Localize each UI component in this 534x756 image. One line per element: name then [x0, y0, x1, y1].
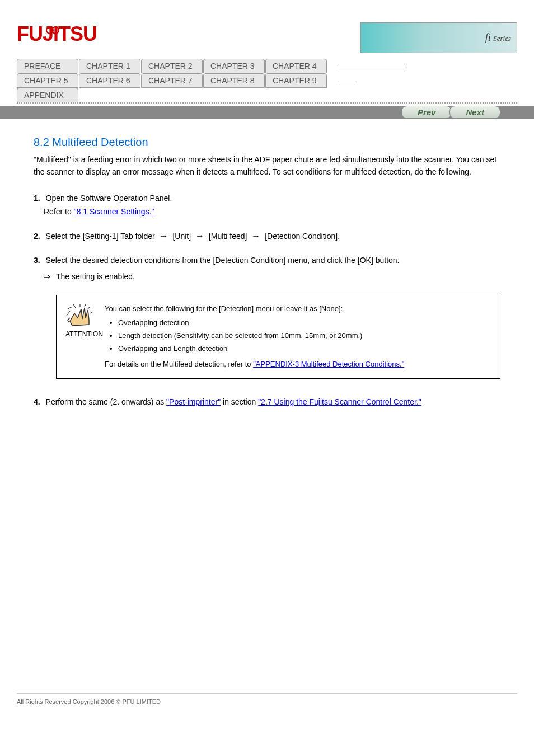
nav-underline [339, 64, 406, 64]
step-text-prefix: Perform the same (2. onwards) as [46, 397, 167, 406]
attention-item: Overlapping and Length detection [118, 343, 489, 355]
attention-intro: You can select the following for the [De… [105, 303, 489, 315]
tab-chapter-3[interactable]: CHAPTER 3 [203, 59, 265, 73]
tab-chapter-7[interactable]: CHAPTER 7 [141, 73, 203, 88]
tab-chapter-5[interactable]: CHAPTER 5 [17, 73, 78, 88]
banner-image: fi Series [360, 22, 517, 53]
tab-appendix[interactable]: APPENDIX [17, 88, 78, 102]
step-number: 1. [34, 194, 40, 203]
section-heading: 8.2 Multifeed Detection [34, 136, 500, 149]
prev-button[interactable]: Prev [401, 106, 452, 119]
banner-series: Series [493, 34, 511, 43]
tab-chapter-9[interactable]: CHAPTER 9 [265, 73, 327, 88]
step-number: 3. [34, 256, 40, 265]
toolbar: Prev Next [0, 106, 534, 119]
tab-chapter-8[interactable]: CHAPTER 8 [203, 73, 265, 88]
step-number: 2. [34, 232, 40, 241]
footer-copyright: All Rights Reserved Copyright 2006 © PFU… [0, 694, 534, 727]
step-text: Select the desired detection conditions … [46, 256, 400, 265]
result-text: The setting is enabled. [56, 270, 135, 284]
attention-box: ATTENTION You can select the following f… [56, 295, 500, 379]
tab-chapter-1[interactable]: CHAPTER 1 [79, 59, 140, 73]
arrow-icon: → [251, 231, 260, 241]
tab-preface[interactable]: PREFACE [17, 59, 78, 73]
step-text-part: Select the [Setting-1] Tab folder [46, 232, 157, 241]
attention-item: Length detection (Sensitivity can be sel… [118, 330, 489, 342]
tab-chapter-6[interactable]: CHAPTER 6 [79, 73, 140, 88]
chapter-nav: PREFACE CHAPTER 1 CHAPTER 2 CHAPTER 3 CH… [0, 59, 534, 102]
section-intro: "Multifeed" is a feeding error in which … [34, 153, 500, 179]
step-text-part: [Unit] [171, 232, 193, 241]
tab-chapter-4[interactable]: CHAPTER 4 [265, 59, 327, 73]
appendix-multifeed-link[interactable]: "APPENDIX-3 Multifeed Detection Conditio… [253, 360, 404, 368]
scanner-settings-link[interactable]: "8.1 Scanner Settings." [74, 207, 154, 216]
step-text-part: [Detection Condition]. [263, 232, 340, 241]
nav-underline [339, 68, 406, 68]
nav-underline [339, 83, 355, 83]
arrow-icon: → [160, 231, 168, 241]
hand-icon [65, 303, 93, 327]
post-imprinter-link[interactable]: "Post-imprinter" [166, 397, 221, 406]
step-text-mid: in section [221, 397, 258, 406]
fujitsu-logo: FUJITSU [17, 22, 97, 46]
tab-chapter-2[interactable]: CHAPTER 2 [141, 59, 203, 73]
attention-item: Overlapping detection [118, 317, 489, 329]
result-marker-icon: ⇒ [44, 270, 50, 284]
scanner-control-center-link[interactable]: "2.7 Using the Fujitsu Scanner Control C… [258, 397, 421, 406]
divider [17, 102, 517, 104]
step-ref-prefix: Refer to [44, 207, 74, 216]
step-text-part: [Multi feed] [207, 232, 249, 241]
next-button[interactable]: Next [449, 106, 500, 119]
attention-label: ATTENTION [65, 330, 93, 338]
banner-fi: fi [485, 32, 491, 43]
step-text: Open the Software Operation Panel. [46, 194, 172, 203]
attention-detail-prefix: For details on the Multifeed detection, … [105, 360, 253, 368]
step-number: 4. [34, 397, 40, 406]
arrow-icon: → [195, 231, 204, 241]
